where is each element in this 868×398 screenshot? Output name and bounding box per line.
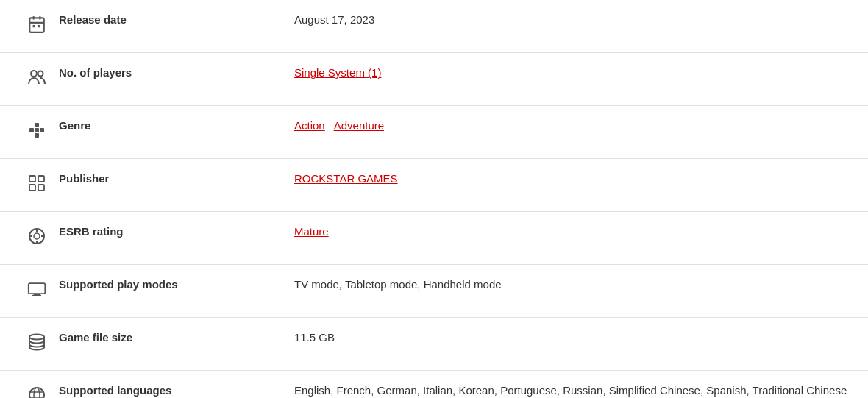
svg-point-7 [38, 71, 43, 77]
svg-rect-10 [35, 128, 39, 132]
play-modes-row: Supported play modes TV mode, Tabletop m… [0, 265, 868, 318]
genre-row: Genre Action Adventure [0, 106, 868, 159]
release-date-value: August 17, 2023 [294, 13, 853, 26]
publisher-label: Publisher [59, 172, 294, 185]
svg-rect-5 [38, 25, 40, 27]
esrb-value: Mature [294, 225, 853, 238]
genre-icon [15, 119, 59, 140]
file-size-row: Game file size 11.5 GB [0, 318, 868, 371]
svg-rect-15 [38, 176, 44, 182]
file-size-value: 11.5 GB [294, 331, 853, 344]
publisher-row: Publisher ROCKSTAR GAMES [0, 159, 868, 212]
svg-point-29 [34, 388, 40, 398]
svg-rect-4 [33, 25, 35, 27]
play-modes-value: TV mode, Tabletop mode, Handheld mode [294, 278, 853, 291]
svg-point-27 [29, 335, 44, 340]
release-date-row: Release date August 17, 2023 [0, 0, 868, 53]
svg-point-28 [29, 388, 44, 398]
players-label: No. of players [59, 66, 294, 79]
esrb-label: ESRB rating [59, 225, 294, 238]
players-value: Single System (1) [294, 66, 853, 79]
languages-row: Supported languages English, French, Ger… [0, 371, 868, 398]
play-modes-label: Supported play modes [59, 278, 294, 291]
genre-label: Genre [59, 119, 294, 132]
svg-rect-14 [29, 185, 35, 191]
svg-rect-16 [38, 185, 44, 191]
svg-point-6 [31, 71, 37, 77]
file-size-icon [15, 331, 59, 352]
svg-rect-13 [29, 176, 35, 182]
svg-rect-11 [40, 128, 44, 132]
play-modes-icon [15, 278, 59, 299]
svg-rect-8 [35, 123, 39, 127]
file-size-label: Game file size [59, 331, 294, 344]
esrb-row: ESRB rating Mature [0, 212, 868, 265]
esrb-rating-link[interactable]: Mature [294, 225, 329, 238]
genre-value: Action Adventure [294, 119, 853, 132]
languages-value: English, French, German, Italian, Korean… [294, 384, 853, 397]
languages-label: Supported languages [59, 384, 294, 397]
svg-rect-23 [29, 283, 46, 294]
publisher-link[interactable]: ROCKSTAR GAMES [294, 172, 398, 185]
languages-icon [15, 384, 59, 398]
esrb-icon [15, 225, 59, 246]
release-date-label: Release date [59, 13, 294, 26]
players-icon [15, 66, 59, 87]
genre-adventure-link[interactable]: Adventure [334, 119, 384, 132]
svg-point-18 [34, 233, 40, 239]
info-table: Release date August 17, 2023 No. of play… [0, 0, 868, 398]
publisher-value: ROCKSTAR GAMES [294, 172, 853, 185]
publisher-icon [15, 172, 59, 193]
svg-rect-9 [29, 128, 34, 132]
players-row: No. of players Single System (1) [0, 53, 868, 106]
genre-action-link[interactable]: Action [294, 119, 325, 132]
players-link[interactable]: Single System (1) [294, 66, 381, 79]
calendar-icon [15, 13, 59, 34]
svg-rect-12 [35, 133, 39, 138]
svg-rect-0 [29, 18, 44, 32]
